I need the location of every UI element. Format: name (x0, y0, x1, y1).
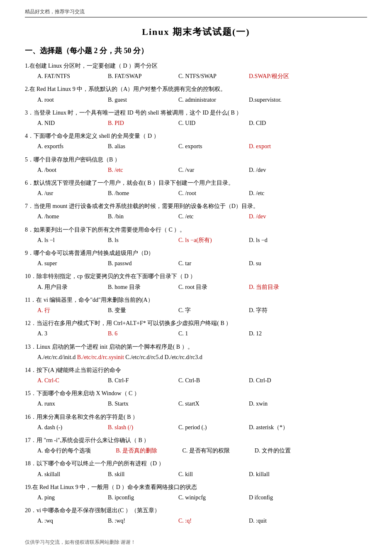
options-10: A. 用户目录B. home 目录C. root 目录D. 当前目录 (37, 282, 367, 292)
options-14: A. Ctrl-CB. Ctrl-FC. Ctrl-BD. Ctrl-D (37, 375, 367, 386)
option-4-1: B. alias (108, 141, 158, 152)
options-2: A. rootB. guestC. administratorD.supervi… (37, 95, 367, 105)
question-2: 2.在 Red Hat Linux 9 中，系统默认的（A）用户对整个系统拥有完… (25, 84, 367, 105)
question-12: 12．当运行在多用户模式下时，用 Ctrl+ALT+F* 可以切换多少虚拟用户终… (25, 318, 367, 339)
option-2-2: C. administrator (178, 95, 228, 105)
option-19-0: A. ping (37, 492, 87, 503)
option-5-2: C. /var (178, 165, 228, 175)
question-text-12: 12．当运行在多用户模式下时，用 Ctrl+ALT+F* 可以切换多少虚拟用户终… (25, 318, 367, 328)
option-5-3: D. /dev (249, 165, 299, 175)
option-1-0: A. FAT/NTFS (37, 71, 87, 81)
footer-text: 仅供学习与交流，如有侵权请联系网站删除 谢谢！ (25, 539, 136, 545)
question-9: 9．哪个命令可以将普通用户转换成超级用户（D）A. superB. passwd… (25, 248, 367, 269)
option-7-2: C. /etc (178, 211, 228, 222)
option-6-2: C. /root (178, 188, 228, 198)
option-1-2: C. NTFS/SWAP (178, 71, 228, 81)
option-17-3: D. 文件的位置 (255, 445, 291, 456)
question-text-3: 3．当登录 Linux 时，一个具有唯一进程 ID 号的 shell 将被调用，… (25, 108, 367, 118)
question-17: 17．用 "rm -i",系统会提示什么来让你确认（ B ）A. 命令行的每个选… (25, 435, 367, 456)
option-8-2: C. ls −a(所有) (178, 235, 228, 245)
question-7: 7．当使用 mount 进行设备或者文件系统挂载的时候，需要用到的设备名称位于（… (25, 201, 367, 222)
question-text-7: 7．当使用 mount 进行设备或者文件系统挂载的时候，需要用到的设备名称位于（… (25, 201, 367, 211)
question-1: 1.在创建 Linux 分区时，一定要创建（ D ）两个分区A. FAT/NTF… (25, 61, 367, 81)
option-17-0: A. 命令行的每个选项 (37, 445, 91, 456)
question-text-8: 8．如果要列出一个目录下的所有文件需要使用命令行（ C ）。 (25, 225, 367, 235)
question-text-1: 1.在创建 Linux 分区时，一定要创建（ D ）两个分区 (25, 61, 367, 71)
header-bar: 精品好文档，推荐学习交流 (25, 8, 367, 17)
option-16-1: B. slash (/) (108, 422, 158, 433)
question-14: 14．按下(A )键能终止当前运行的命令A. Ctrl-CB. Ctrl-FC.… (25, 365, 367, 386)
option-14-0: A. Ctrl-C (37, 375, 87, 386)
question-text-15: 15．下面哪个命令用来启动 X Window（ C ） (25, 388, 367, 399)
options-12: A. 3B. 6C. 1D. 12 (37, 328, 367, 339)
option-2-1: B. guest (108, 95, 158, 105)
option-18-2: C. kill (178, 469, 228, 479)
option-17-2: C. 是否有写的权限 (182, 445, 229, 456)
option-17-1: B. 是否真的删除 (116, 445, 157, 456)
option-15-3: D. xwin (249, 399, 299, 409)
options-6: A. /usrB. /homeC. /rootD. /etc (37, 188, 367, 198)
option-7-1: B. /bin (108, 211, 158, 222)
option-18-1: B. skill (108, 469, 158, 479)
option-12-3: D. 12 (249, 328, 299, 339)
option-10-2: C. root 目录 (178, 282, 228, 292)
options-15: A. runxB. StartxC. startXD. xwin (37, 399, 367, 409)
option-9-2: C. tar (178, 258, 228, 269)
option-16-2: C. period (.) (178, 422, 228, 433)
question-11: 11．在 vi 编辑器里，命令"dd"用来删除当前的(A）A. 行B. 变量C.… (25, 295, 367, 315)
options-20: A. :wqB. :wq!C. :q!D. :quit (37, 516, 367, 526)
option-19-3: D ifconfig (249, 492, 299, 503)
option-3-0: A. NID (37, 118, 87, 128)
questions-container: 1.在创建 Linux 分区时，一定要创建（ D ）两个分区A. FAT/NTF… (25, 61, 367, 526)
option-11-2: C. 字 (178, 305, 228, 315)
option-1-3: D.SWAP/根分区 (249, 71, 299, 81)
option-5-0: A. /boot (37, 165, 87, 175)
option-18-0: A. skillall (37, 469, 87, 479)
option-9-3: D. su (249, 258, 299, 269)
question-text-16: 16．用来分离目录名和文件名的字符是( B ） (25, 412, 367, 422)
option-12-2: C. 1 (178, 328, 228, 339)
options-8: A. ls −lB. lsC. ls −a(所有)D. ls −d (37, 235, 367, 245)
option-15-1: B. Startx (108, 399, 158, 409)
option-6-0: A. /usr (37, 188, 87, 198)
option-15-2: C. startX (178, 399, 228, 409)
header-text: 精品好文档，推荐学习交流 (25, 9, 85, 15)
option-19-1: B. ipconfig (108, 492, 158, 503)
question-text-5: 5．哪个目录存放用户密码信息（B ） (25, 154, 367, 165)
doc-title: Linux 期末考试试题(一) (25, 26, 367, 38)
options-1: A. FAT/NTFSB. FAT/SWAPC. NTFS/SWAPD.SWAP… (37, 71, 367, 81)
option-5-1: B. /etc (108, 165, 158, 175)
option-19-2: C. winipcfg (178, 492, 228, 503)
question-text-13: 13．Linux 启动的第一个进程 init 启动的第一个脚本程序是( B ）。 (25, 342, 367, 352)
options-11: A. 行B. 变量C. 字D. 字符 (37, 305, 367, 315)
question-text-4: 4．下面哪个命令是用来定义 shell 的全局变量（ D ） (25, 131, 367, 141)
option-14-2: C. Ctrl-B (178, 375, 228, 386)
question-text-2: 2.在 Red Hat Linux 9 中，系统默认的（A）用户对整个系统拥有完… (25, 84, 367, 94)
option-7-3: D. /dev (249, 211, 299, 222)
question-text-17: 17．用 "rm -i",系统会提示什么来让你确认（ B ） (25, 435, 367, 445)
option-10-0: A. 用户目录 (37, 282, 87, 292)
options-16: A. dash (-)B. slash (/)C. period (.)D. a… (37, 422, 367, 433)
option-11-3: D. 字符 (249, 305, 299, 315)
question-text-6: 6．默认情况下管理员创建了一个用户，就会在( B ）目录下创建一个用户主目录。 (25, 178, 367, 188)
question-text-10: 10．除非特别指定，cp 假定要拷贝的文件在下面哪个目录下（ D ） (25, 271, 367, 281)
options-9: A. superB. passwdC. tarD. su (37, 258, 367, 269)
question-text-9: 9．哪个命令可以将普通用户转换成超级用户（D） (25, 248, 367, 258)
option-20-1: B. :wq! (108, 516, 158, 526)
question-16: 16．用来分离目录名和文件名的字符是( B ）A. dash (-)B. sla… (25, 412, 367, 433)
option-13-2: C./etc/rc.d/rc5.d (125, 354, 164, 360)
option-8-0: A. ls −l (37, 235, 87, 245)
option-2-3: D.supervistor. (249, 95, 299, 105)
options-3: A. NIDB. PIDC. UIDD. CID (37, 118, 367, 128)
option-8-1: B. ls (108, 235, 158, 245)
section1-title: 一、选择题（每小题 2 分，共 50 分） (25, 46, 367, 56)
option-6-1: B. /home (108, 188, 158, 198)
option-10-1: B. home 目录 (108, 282, 158, 292)
option-15-0: A. runx (37, 399, 87, 409)
option-9-0: A. super (37, 258, 87, 269)
option-8-3: D. ls −d (249, 235, 299, 245)
question-text-18: 18．以下哪个命令可以终止一个用户的所有进程（D ） (25, 458, 367, 469)
option-14-3: D. Ctrl-D (249, 375, 299, 386)
question-text-19: 19.在 Red Hat Linux 9 中，一般用（ D ）命令来查看网络接口… (25, 482, 367, 492)
option-3-3: D. CID (249, 118, 299, 128)
